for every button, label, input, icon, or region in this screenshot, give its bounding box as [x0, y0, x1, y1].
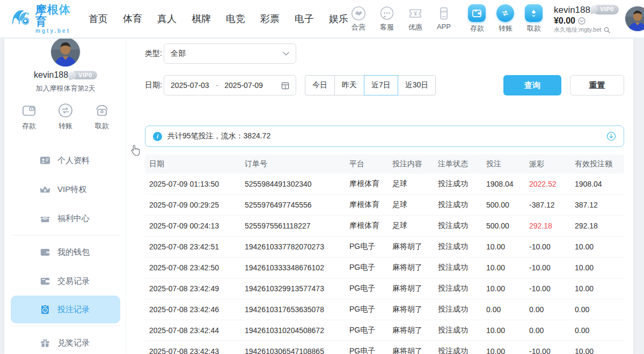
sidebar-item-label: 福利中心: [57, 213, 90, 224]
cell-valid-amount: 0.00: [570, 305, 624, 314]
cell-status: 投注成功: [434, 326, 482, 335]
table-header: 日期订单号平台投注内容注单状态投注派彩有效投注额: [145, 154, 624, 174]
service-link[interactable]: 客服: [377, 6, 397, 32]
nav-item-7[interactable]: 娱乐: [329, 12, 348, 25]
table-row[interactable]: 2025-07-08 23:42:431942610306547108865PG…: [145, 341, 624, 354]
sidebar-item-transactions[interactable]: 交易记录: [4, 267, 127, 296]
sidebar-item-welfare[interactable]: ¥福利中心: [4, 204, 127, 233]
sidebar-item-wallet[interactable]: 我的钱包: [4, 238, 127, 267]
page: 摩根体育 mgty.bet 首页体育真人棋牌电竞彩票电子娱乐 合营: [0, 0, 644, 354]
quick-range-group: 今日昨天近7日近30日: [305, 75, 436, 95]
sidebar-item-label: 个人资料: [57, 156, 90, 166]
promo-link[interactable]: ¥ 优惠: [405, 6, 426, 32]
cell-order-number: 5255976497745556: [240, 201, 345, 209]
info-icon: i: [153, 132, 162, 141]
nav-item-6[interactable]: 电子: [295, 12, 314, 25]
expand-button[interactable]: [606, 131, 616, 141]
column-header-2: 平台: [345, 159, 388, 169]
nav-item-4[interactable]: 电竞: [226, 12, 245, 25]
cell-date: 2025-07-08 23:42:50: [145, 263, 240, 272]
column-header-0: 日期: [145, 159, 240, 169]
balance-refresh-icon[interactable]: [578, 17, 586, 25]
cell-valid-amount: 1908.04: [570, 180, 624, 188]
cell-platform: 摩根体育: [345, 179, 388, 189]
sidebar-item-id-card[interactable]: 个人资料: [4, 146, 127, 175]
type-select[interactable]: 全部: [164, 43, 296, 64]
table-row[interactable]: 2025-07-08 23:42:501942610333348676102PG…: [145, 257, 624, 278]
partner-link[interactable]: 合营: [348, 6, 369, 32]
app-link[interactable]: APP APP: [434, 6, 454, 32]
cell-platform: PG电子: [345, 263, 388, 272]
transfer-icon: [500, 8, 510, 18]
table-row[interactable]: 2025-07-08 23:42:461942610317653635078PG…: [145, 299, 624, 320]
cell-platform: PG电子: [345, 305, 388, 314]
cell-bet-amount: 10.00: [482, 347, 525, 354]
nav-item-3[interactable]: 棋牌: [192, 12, 211, 25]
sidebar-deposit-button[interactable]: 存款: [17, 102, 41, 131]
withdraw-label: 取款: [527, 24, 541, 33]
service-label: 客服: [380, 23, 394, 32]
brand-logo[interactable]: 摩根体育 mgty.bet: [11, 4, 75, 34]
nav-item-2[interactable]: 真人: [157, 12, 177, 25]
range-button-3[interactable]: 近30日: [398, 75, 436, 95]
cell-payout: 292.18: [525, 222, 570, 230]
cell-date: 2025-07-08 23:42:44: [145, 326, 240, 335]
withdraw-icon: [529, 8, 539, 18]
search-button[interactable]: 查询: [503, 75, 561, 95]
sidebar-avatar[interactable]: [51, 39, 80, 67]
cell-status: 投注成功: [434, 305, 482, 314]
date-to: 2025-07-09: [224, 81, 263, 90]
user-avatar[interactable]: [625, 6, 644, 31]
navbar-right: 合营 客服 ¥ 优惠: [348, 4, 644, 34]
column-header-4: 注单状态: [434, 159, 482, 169]
sidebar-item-crown[interactable]: VIP特权: [4, 175, 127, 204]
nav-item-1[interactable]: 体育: [123, 12, 142, 25]
range-button-0[interactable]: 今日: [305, 75, 335, 95]
sidebar-transfer-button[interactable]: 转账: [53, 102, 78, 131]
deposit-button[interactable]: 存款: [467, 4, 487, 33]
table-row[interactable]: 2025-07-08 23:42:491942610329913577473PG…: [145, 278, 624, 299]
cell-order-number: 1942610333348676102: [240, 263, 345, 272]
table-row[interactable]: 2025-07-09 00:24:135255975561118227摩根体育足…: [145, 216, 624, 237]
cell-bet-amount: 1908.04: [482, 180, 525, 188]
top-navbar: 摩根体育 mgty.bet 首页体育真人棋牌电竞彩票电子娱乐 合营: [0, 0, 644, 38]
chevron-down-icon: [283, 51, 289, 56]
reset-button[interactable]: 重置: [570, 75, 624, 95]
table-row[interactable]: 2025-07-08 23:42:511942610337782070273PG…: [145, 237, 624, 257]
search-icon[interactable]: [604, 27, 610, 33]
cell-date: 2025-07-09 00:24:13: [145, 222, 240, 230]
sidebar: kevin188 VIP0 加入摩根体育第2天 存款 转账: [4, 39, 127, 354]
withdraw-button[interactable]: 取款: [524, 4, 544, 33]
transfer-button[interactable]: 转账: [495, 4, 516, 33]
nav-item-5[interactable]: 彩票: [260, 12, 280, 25]
cell-bet-amount: 10.00: [482, 242, 525, 251]
table-row[interactable]: 2025-07-08 23:42:441942610310204508672PG…: [145, 320, 624, 341]
sidebar-item-label: 我的钱包: [57, 247, 90, 257]
cell-bet-amount: 500.00: [482, 201, 525, 209]
sidebar-item-bet-records[interactable]: 投注记录: [11, 296, 120, 323]
table-row[interactable]: 2025-07-09 01:13:505255984491302340摩根体育足…: [145, 174, 624, 195]
sidebar-deposit-label: 存款: [22, 121, 36, 131]
range-button-1[interactable]: 昨天: [334, 75, 364, 95]
date-range-input[interactable]: 2025-07-03 - 2025-07-09: [164, 75, 296, 95]
date-label: 日期:: [145, 80, 164, 90]
main-nav: 首页体育真人棋牌电竞彩票电子娱乐: [89, 12, 348, 25]
summary-bar: i 共计95笔投注，流水：3824.72: [145, 126, 624, 147]
cell-bet-content: 足球: [388, 221, 434, 231]
cell-status: 投注成功: [434, 179, 482, 189]
sidebar-item-redeem[interactable]: 兑奖记录: [4, 328, 127, 354]
app-label: APP: [437, 23, 451, 31]
range-button-2[interactable]: 近7日: [364, 75, 398, 95]
circle-arrow-down-icon: [606, 131, 616, 141]
date-filter-row: 日期: 2025-07-03 - 2025-07-09 今日昨天近7日近30日 …: [145, 75, 624, 95]
sidebar-withdraw-button[interactable]: 取款: [90, 102, 114, 131]
table-row[interactable]: 2025-07-09 00:29:255255976497745556摩根体育足…: [145, 195, 624, 216]
cell-bet-content: 麻将胡了: [388, 242, 434, 252]
menu-divider: [11, 326, 120, 326]
sidebar-vip-badge: VIP0: [71, 71, 97, 79]
svg-text:APP: APP: [441, 10, 447, 13]
column-header-1: 订单号: [240, 159, 345, 169]
cell-valid-amount: 10.00: [570, 347, 624, 354]
type-select-value: 全部: [171, 49, 283, 58]
nav-item-0[interactable]: 首页: [89, 12, 108, 25]
